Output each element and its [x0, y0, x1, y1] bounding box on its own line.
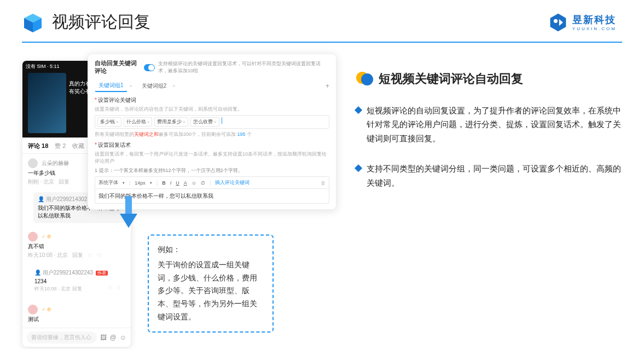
emoji-button[interactable]: ☺	[192, 180, 196, 186]
video-thumbnail	[28, 73, 66, 133]
avatar	[28, 232, 38, 242]
comment-item: ♂ ℗ 测试	[22, 300, 131, 328]
diamond-icon	[355, 106, 362, 114]
dislike-icon[interactable]: ♡	[117, 285, 121, 291]
diamond-icon	[355, 164, 362, 172]
avatar	[28, 158, 38, 168]
keyword-count-hint: 所有关键词组里的关键词之和最多可添加200个，目前剩余可添加 195 个	[95, 131, 329, 138]
description-column: 短视频关键词评论自动回复 短视频评论的自动回复设置，为了提升作者的评论回复效率，…	[350, 54, 622, 339]
example-body: 关于询价的设置成一组关键词，多少钱、什么价格，费用多少等。关于咨询班型、版本、型…	[158, 259, 264, 324]
section-title: 短视频关键词评论自动回复	[379, 71, 523, 87]
logo-sub-text: YUUXIN.COM	[572, 26, 617, 31]
phone-status-bar: 没有 SIM · 5:11	[26, 63, 60, 70]
underline-button[interactable]: U	[176, 180, 179, 186]
chip-remove-icon[interactable]: ×	[214, 119, 217, 124]
svg-point-4	[554, 19, 558, 22]
tab-fav[interactable]: 收藏	[72, 142, 84, 150]
page-title: 视频评论回复	[52, 11, 150, 33]
keyword-group-tab-2[interactable]: 关键词组2	[138, 80, 171, 92]
italic-button[interactable]: I	[170, 180, 172, 186]
chip-remove-icon[interactable]: ×	[183, 119, 185, 124]
keyword-group-tab-1[interactable]: 关键词组1	[95, 79, 127, 92]
logo-hex-icon	[548, 13, 568, 32]
editor-toolbar: 系统字体▾ | 14px▾ | B I U A ☺ ∅ | 插入评论关键词 🗑	[95, 176, 329, 188]
comment-input-bar: 善语结善缘，恶言伤人心 🖼 @ ☺	[22, 328, 131, 347]
comment-user: 云朵的赫赫	[42, 160, 69, 166]
emoji-icon[interactable]: ☺	[120, 334, 126, 341]
close-icon[interactable]: ×	[172, 83, 175, 89]
reply-link[interactable]: 回复	[59, 178, 69, 186]
comment-item: ♂ ℗ 真不错 昨天10:08 · 北京回复 ♡♡	[22, 227, 131, 264]
cube-icon	[22, 12, 44, 33]
like-icon[interactable]: ♡	[88, 253, 92, 259]
brand-logo: 昱新科技 YUUXIN.COM	[548, 13, 617, 32]
dislike-icon[interactable]: ♡	[97, 253, 102, 259]
tab-comments[interactable]: 评论 18	[28, 142, 48, 150]
bold-button[interactable]: B	[162, 180, 166, 186]
svg-rect-6	[125, 196, 132, 215]
logo-main-text: 昱新科技	[572, 13, 617, 26]
svg-marker-3	[550, 13, 566, 31]
mention-icon[interactable]: @	[110, 334, 117, 341]
tab-likes[interactable]: 赞 2	[55, 142, 66, 150]
size-select[interactable]: 14px	[135, 180, 146, 186]
chip-remove-icon[interactable]: ×	[147, 119, 150, 124]
font-select[interactable]: 系统字体	[98, 179, 118, 186]
insert-keyword-button[interactable]: 插入评论关键词	[215, 179, 250, 186]
chat-bubble-icon	[356, 70, 373, 88]
settings-panel: 自动回复关键词评论 支持根据评论的关键词设置回复话术，可以针对不同类型关键词设置…	[88, 54, 336, 210]
reply-inline: 👤 用户2299214302243 作者 1234 昨天10:08 · 北京 回…	[33, 266, 125, 296]
comment-input[interactable]: 善语结善缘，恶言伤人心	[27, 331, 97, 344]
verified-icon: ♂ ℗	[42, 234, 51, 239]
example-box: 例如： 关于询价的设置成一组关键词，多少钱、什么价格，费用多少等。关于咨询班型、…	[148, 234, 274, 333]
color-button[interactable]: A	[184, 180, 187, 186]
keyword-chips[interactable]: 多少钱× 什么价格× 费用是多少× 怎么收费×	[95, 115, 329, 129]
header: 视频评论回复 昱新科技 YUUXIN.COM	[0, 0, 644, 39]
bullet-item: 支持不同类型的关键词分组，同一类问题，可设置多个相近的、高频的关键词。	[356, 162, 622, 190]
arrow-down-icon	[118, 196, 140, 231]
auto-reply-toggle[interactable]	[144, 64, 155, 71]
cursor-icon	[222, 117, 222, 124]
image-icon[interactable]: 🖼	[100, 334, 107, 341]
reply-link[interactable]: 回复	[72, 251, 83, 259]
like-icon[interactable]: ♡	[108, 285, 112, 291]
svg-point-9	[361, 73, 373, 85]
svg-marker-7	[120, 214, 137, 228]
example-lead: 例如：	[158, 243, 264, 256]
header-left: 视频评论回复	[22, 11, 150, 33]
bullet-item: 短视频评论的自动回复设置，为了提升作者的评论回复效率，在系统中针对常见的评论用户…	[356, 104, 622, 146]
chip-remove-icon[interactable]: ×	[116, 119, 119, 124]
avatar	[28, 305, 38, 314]
delete-icon[interactable]: 🗑	[321, 180, 326, 186]
clear-button[interactable]: ∅	[201, 180, 205, 186]
close-icon[interactable]: ×	[130, 83, 132, 89]
add-group-button[interactable]: +	[326, 82, 329, 90]
settings-panel-title: 自动回复关键词评论	[95, 60, 141, 75]
